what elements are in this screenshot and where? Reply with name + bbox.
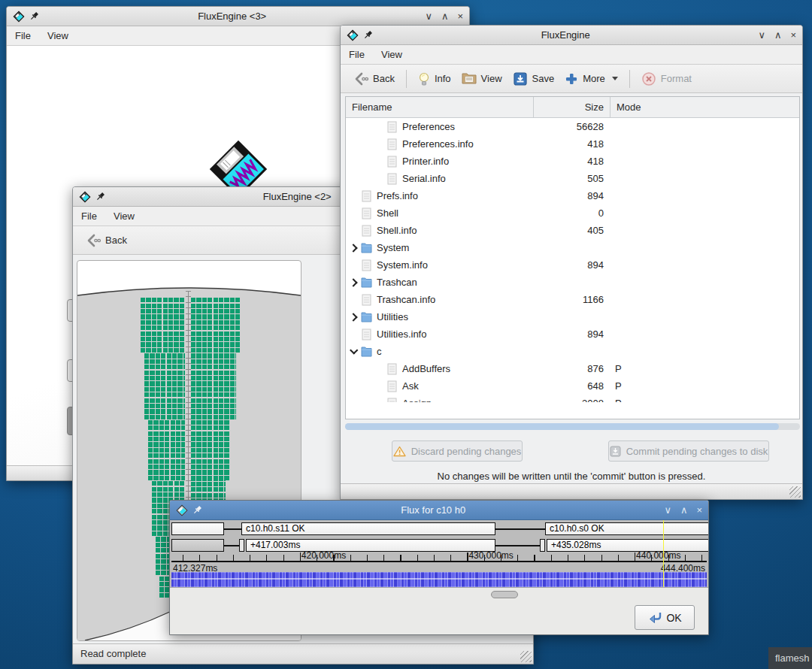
file-size: 0 [534,207,611,219]
minimize-button[interactable]: ∨ [758,26,765,45]
table-row[interactable]: Preferences.info418 [346,135,799,153]
timeline-tick [367,555,368,561]
sector-block [148,419,185,480]
expand-arrow-icon[interactable] [349,244,357,252]
fluxengine-app-icon [176,504,188,516]
menu-view[interactable]: View [105,207,143,226]
close-button[interactable]: × [790,26,796,45]
menu-file[interactable]: File [7,26,39,45]
sector-block [191,353,236,419]
collapse-arrow-icon[interactable] [350,346,358,354]
file-name: Assign [402,398,432,402]
file-size: 894 [534,259,611,271]
sector-block [144,353,185,419]
flux-plot-area[interactable]: c10.h0.s11 OK c10.h0.s0 OK +417.003ms +4… [170,520,708,589]
titlebar[interactable]: Flux for c10 h0 ∨ ∧ × [170,501,708,520]
table-row[interactable]: Serial.info505 [346,170,799,187]
table-row[interactable]: Utilities [346,308,799,325]
table-row[interactable]: Trashcan.info1166 [346,291,799,308]
file-size: 894 [534,328,611,340]
ok-button[interactable]: OK [635,605,695,630]
table-header[interactable]: Filename Size Mode [346,97,799,118]
table-row[interactable]: Preferences56628 [346,118,799,135]
folder-icon [361,311,372,323]
toolbar: Back Info View Save More [341,65,802,93]
flux-bottom-panel: OK [170,587,708,634]
view-button[interactable]: View [456,69,508,89]
discard-changes-button[interactable]: Discard pending changes [392,440,523,462]
table-row[interactable]: Trashcan [346,274,799,291]
commit-changes-button[interactable]: Commit pending changes to disk [608,440,769,462]
back-button[interactable]: Back [348,69,400,89]
column-filename[interactable]: Filename [346,97,534,117]
table-row[interactable]: Ask648P [346,377,799,395]
more-dropdown-arrow[interactable] [612,77,618,80]
file-icon [386,380,398,392]
resize-grip[interactable] [520,651,532,662]
pin-icon[interactable] [193,505,202,515]
file-icon [361,207,372,219]
horizontal-scrollbar[interactable] [345,423,800,430]
fluxengine-app-icon [347,29,359,41]
table-row[interactable]: Prefs.info894 [346,187,799,204]
maximize-button[interactable]: ∧ [774,26,782,45]
pin-icon[interactable] [96,192,105,201]
save-icon [513,71,528,86]
timeline-tick [450,555,451,561]
resize-grip[interactable] [789,486,801,498]
file-name: Utilities.info [377,328,426,340]
pin-icon[interactable] [30,11,39,21]
file-name: Trashcan [377,277,417,288]
scrollbar-thumb[interactable] [345,423,779,430]
table-row[interactable]: Assign3008P [346,395,799,402]
file-size: 3008 [534,398,611,402]
expand-arrow-icon[interactable] [349,313,357,321]
column-mode[interactable]: Mode [611,97,799,117]
column-size[interactable]: Size [534,97,611,117]
table-row[interactable]: System.info894 [346,256,799,274]
table-row[interactable]: Shell.info405 [346,222,799,239]
menu-view[interactable]: View [373,45,411,64]
save-button[interactable]: Save [508,68,560,89]
more-button[interactable]: More [559,69,623,89]
close-button[interactable]: × [696,501,702,520]
sector-box-s11: c10.h0.s11 OK [241,522,495,535]
table-row[interactable]: AddBuffers876P [346,360,799,377]
menu-file[interactable]: File [73,207,105,226]
offset-box-s0: +435.028ms [547,539,709,552]
file-name: Preferences [402,121,455,132]
splitter-handle[interactable] [491,591,518,598]
titlebar[interactable]: FluxEngine ∨ ∧ × [341,26,802,45]
table-row[interactable]: Printer.info418 [346,153,799,170]
table-row[interactable]: System [346,239,799,256]
minimize-button[interactable]: ∨ [664,501,671,520]
file-mode: P [611,363,799,374]
back-icon [86,234,101,247]
folder-icon [361,277,372,289]
timeline-tick [434,555,435,561]
maximize-button[interactable]: ∧ [680,501,688,520]
format-button[interactable]: Format [636,68,697,89]
table-row[interactable]: Utilities.info894 [346,325,799,343]
file-name: Utilities [377,311,408,322]
menu-file[interactable]: File [341,45,373,64]
menu-view[interactable]: View [39,26,77,45]
pin-icon[interactable] [364,30,373,40]
maximize-button[interactable]: ∧ [441,7,449,26]
table-row[interactable]: c [346,343,799,360]
info-button[interactable]: Info [413,68,456,89]
titlebar[interactable]: FluxEngine <3> ∨ ∧ × [7,7,469,26]
table-row[interactable]: Shell0 [346,204,799,222]
offset-box [171,539,224,552]
back-button[interactable]: Back [80,231,132,250]
minimize-button[interactable]: ∨ [425,7,432,26]
timeline-major-label: 440.000ms [636,550,680,561]
desktop: FluxEngine <3> ∨ ∧ × File View [0,0,812,669]
statusbar: Read complete [73,643,533,664]
file-size: 418 [534,156,611,167]
expand-arrow-icon[interactable] [349,278,357,286]
sector-box [171,522,224,535]
file-size: 876 [534,363,611,374]
file-icon [361,225,372,237]
close-button[interactable]: × [457,7,463,26]
